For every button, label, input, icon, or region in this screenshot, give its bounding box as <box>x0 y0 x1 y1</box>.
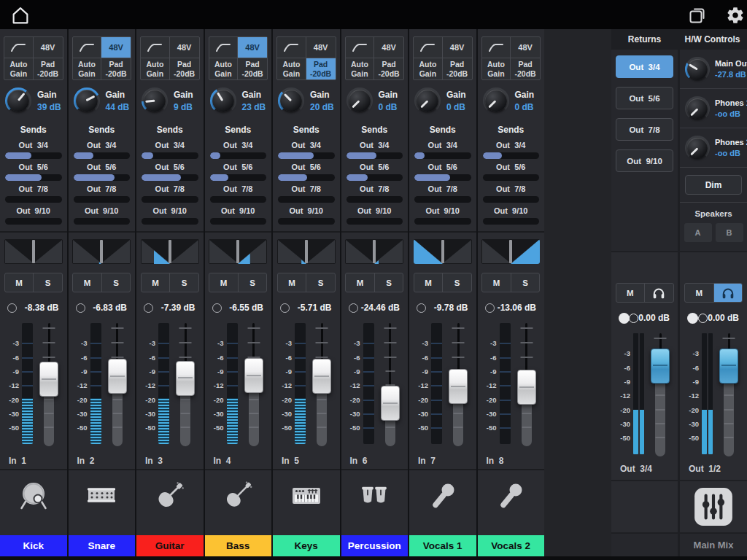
phantom-48v-button[interactable]: 48V <box>238 37 267 58</box>
hpf-button[interactable] <box>209 37 239 58</box>
gain-knob[interactable] <box>483 88 509 114</box>
pad-button[interactable]: Pad -20dB <box>306 58 336 79</box>
monitor-mute-button[interactable]: M <box>685 284 714 302</box>
main-out-knob[interactable] <box>685 57 710 82</box>
phantom-48v-button[interactable]: 48V <box>374 37 403 58</box>
channel-name[interactable]: Snare <box>69 535 136 556</box>
send-level-slider[interactable] <box>142 196 198 203</box>
send-level-slider[interactable] <box>210 174 267 181</box>
hpf-button[interactable] <box>482 37 511 58</box>
phantom-48v-button[interactable]: 48V <box>170 37 199 58</box>
solo-button[interactable]: S <box>34 273 62 292</box>
mute-button[interactable]: M <box>5 273 34 292</box>
auto-gain-button[interactable]: Auto Gain <box>277 58 306 79</box>
instrument-icon-zone[interactable] <box>205 469 272 521</box>
return-button-out56[interactable]: Out 5/6 <box>616 87 673 109</box>
fader-handle[interactable] <box>517 370 536 405</box>
mute-button[interactable]: M <box>209 273 239 292</box>
gain-knob[interactable] <box>142 88 168 114</box>
auto-gain-button[interactable]: Auto Gain <box>73 58 102 79</box>
instrument-icon-zone[interactable] <box>136 469 204 521</box>
gain-knob[interactable] <box>347 88 373 114</box>
send-level-slider[interactable] <box>210 196 267 203</box>
instrument-icon-zone[interactable] <box>341 469 409 521</box>
home-button[interactable] <box>9 4 32 27</box>
send-level-slider[interactable] <box>5 196 62 203</box>
send-level-slider[interactable] <box>142 174 198 181</box>
fader-handle[interactable] <box>244 358 263 393</box>
mixer-faders-icon[interactable] <box>692 486 735 528</box>
send-level-slider[interactable] <box>5 218 62 225</box>
instrument-icon-zone[interactable] <box>273 469 340 521</box>
send-level-slider[interactable] <box>483 196 540 203</box>
pan-control[interactable] <box>141 239 199 264</box>
send-level-slider[interactable] <box>414 152 471 159</box>
instrument-icon-zone[interactable] <box>0 469 67 521</box>
fader-handle[interactable] <box>381 386 400 421</box>
pan-control[interactable] <box>345 239 403 264</box>
fader-handle[interactable] <box>449 369 468 404</box>
channel-name[interactable]: Guitar <box>136 535 204 556</box>
send-level-slider[interactable] <box>210 152 267 159</box>
send-level-slider[interactable] <box>347 196 403 203</box>
send-level-slider[interactable] <box>74 218 131 225</box>
solo-button[interactable]: S <box>170 273 198 292</box>
phantom-48v-button[interactable]: 48V <box>443 37 472 58</box>
dim-button[interactable]: Dim <box>685 175 742 195</box>
balance-toggle[interactable] <box>619 313 638 324</box>
instrument-icon-zone[interactable] <box>409 469 476 521</box>
pad-button[interactable]: Pad -20dB <box>511 58 540 79</box>
pan-control[interactable] <box>4 239 63 264</box>
instrument-icon-zone[interactable] <box>69 469 136 521</box>
channel-name[interactable]: Kick <box>0 535 67 556</box>
send-level-slider[interactable] <box>74 174 131 181</box>
gain-knob[interactable] <box>278 88 304 114</box>
pad-button[interactable]: Pad -20dB <box>101 58 131 79</box>
hpf-button[interactable] <box>346 37 375 58</box>
send-level-slider[interactable] <box>414 174 471 181</box>
return-button-out78[interactable]: Out 7/8 <box>616 118 673 141</box>
speaker-b-button[interactable]: B <box>716 223 743 242</box>
send-level-slider[interactable] <box>5 152 62 159</box>
hpf-button[interactable] <box>73 37 102 58</box>
auto-gain-button[interactable]: Auto Gain <box>346 58 375 79</box>
channel-name[interactable]: Percussion <box>341 535 409 556</box>
monitor-fader-handle[interactable] <box>719 349 738 384</box>
monitor-mute-button[interactable]: M <box>616 284 646 302</box>
send-level-slider[interactable] <box>483 174 540 181</box>
send-level-slider[interactable] <box>142 218 198 225</box>
pan-control[interactable] <box>209 239 267 264</box>
auto-gain-button[interactable]: Auto Gain <box>414 58 443 79</box>
send-level-slider[interactable] <box>210 218 267 225</box>
hpf-button[interactable] <box>277 37 306 58</box>
headphones-button[interactable] <box>645 284 673 302</box>
auto-gain-button[interactable]: Auto Gain <box>4 58 34 79</box>
phantom-48v-button[interactable]: 48V <box>306 37 336 58</box>
mute-button[interactable]: M <box>142 273 171 292</box>
pad-button[interactable]: Pad -20dB <box>374 58 403 79</box>
channel-name[interactable]: Keys <box>273 535 340 556</box>
pad-button[interactable]: Pad -20dB <box>238 58 267 79</box>
channel-name[interactable]: Bass <box>205 535 272 556</box>
scenes-button[interactable] <box>687 5 708 26</box>
settings-button[interactable] <box>725 5 746 26</box>
channel-name[interactable]: Vocals 2 <box>478 535 545 556</box>
pad-button[interactable]: Pad -20dB <box>170 58 199 79</box>
hpf-button[interactable] <box>414 37 443 58</box>
send-level-slider[interactable] <box>483 218 540 225</box>
auto-gain-button[interactable]: Auto Gain <box>209 58 239 79</box>
solo-button[interactable]: S <box>443 273 471 292</box>
send-level-slider[interactable] <box>414 196 471 203</box>
send-level-slider[interactable] <box>278 218 335 225</box>
balance-toggle[interactable] <box>687 313 708 324</box>
phones1-knob[interactable] <box>685 96 710 121</box>
mute-button[interactable]: M <box>414 273 444 292</box>
send-level-slider[interactable] <box>278 196 335 203</box>
headphones-button[interactable] <box>714 284 743 302</box>
return-button-out910[interactable]: Out 9/10 <box>616 149 673 172</box>
monitor-fader-handle[interactable] <box>651 349 670 384</box>
gain-knob[interactable] <box>414 88 441 114</box>
instrument-icon-zone[interactable] <box>478 469 545 521</box>
send-level-slider[interactable] <box>347 174 403 181</box>
send-level-slider[interactable] <box>74 196 131 203</box>
